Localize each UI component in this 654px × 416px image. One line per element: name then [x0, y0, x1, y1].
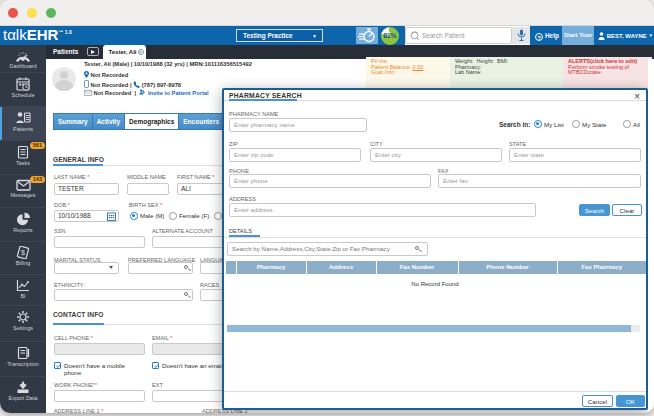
svg-text:$: $ [21, 249, 25, 256]
